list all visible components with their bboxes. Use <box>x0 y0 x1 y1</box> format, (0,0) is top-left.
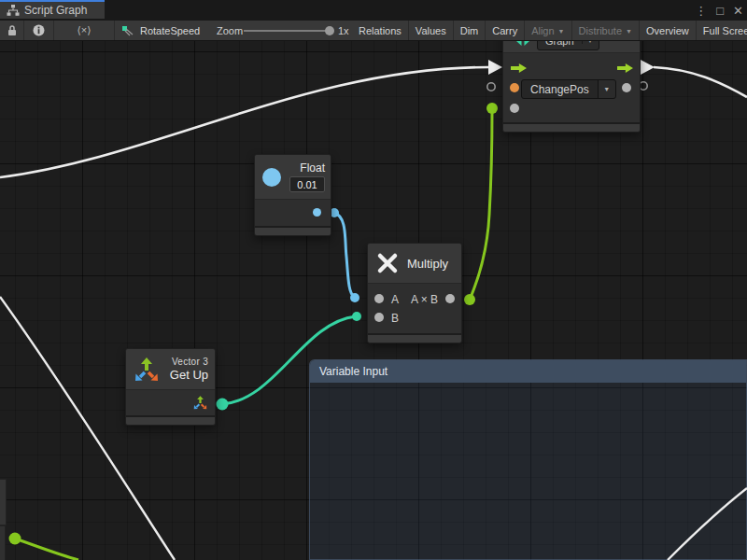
port-b-in[interactable] <box>374 313 384 322</box>
script-graph-icon <box>7 5 20 16</box>
script-graph-window: Variable Input <box>0 0 747 560</box>
vector3-icon <box>133 356 161 384</box>
info-icon[interactable] <box>24 21 53 40</box>
group-title[interactable]: Variable Input <box>310 360 746 383</box>
zoom-slider-handle[interactable] <box>325 26 334 35</box>
port-fallback[interactable] <box>510 104 519 113</box>
toolbar-button-distribute[interactable]: Distribute▼ <box>571 21 639 40</box>
port-a-in[interactable] <box>374 294 384 303</box>
node-multiply[interactable]: Multiply A A × B B <box>367 243 462 343</box>
variable-name-dropdown[interactable]: ChangePos ▼ <box>521 79 616 99</box>
port-b-label: B <box>391 312 399 325</box>
flow-in-port[interactable] <box>511 63 527 74</box>
flow-out-port[interactable] <box>617 63 633 74</box>
float-value-field[interactable]: 0.01 <box>289 176 325 192</box>
code-icon[interactable]: ⟨×⟩ <box>54 21 114 40</box>
toolbar-button-fullscreen[interactable]: Full Screen <box>696 21 747 40</box>
port-value-in[interactable] <box>510 83 519 92</box>
toolbar-button-align[interactable]: Align▼ <box>524 21 571 40</box>
multiply-x-icon <box>376 252 399 274</box>
node-title: Float <box>300 161 325 175</box>
float-type-icon <box>262 168 281 187</box>
chevron-down-icon: ▼ <box>558 27 565 35</box>
tab-label: Script Graph <box>24 4 87 17</box>
offscreen-node-body[interactable] <box>0 479 7 525</box>
offscreen-node-footer <box>0 525 6 560</box>
graph-node-icon <box>120 21 136 40</box>
node-footer <box>503 122 640 132</box>
node-title: Vector 3 <box>172 357 208 367</box>
node-float[interactable]: Float 0.01 <box>254 154 331 236</box>
tab-script-graph[interactable]: Script Graph <box>0 0 105 19</box>
port-a-label: A <box>391 293 399 306</box>
port-value-out[interactable] <box>622 83 631 92</box>
zoom-label: Zoom <box>217 21 243 40</box>
port-float-out[interactable] <box>313 208 321 217</box>
node-title: Multiply <box>407 257 448 271</box>
toolbar-button-carry[interactable]: Carry <box>485 21 524 40</box>
zoom-slider[interactable] <box>244 30 330 32</box>
group-variable-input[interactable]: Variable Input <box>309 359 747 560</box>
node-set-variable[interactable]: Graph ▼ ChangePos ▼ <box>502 28 641 133</box>
port-result-out[interactable] <box>445 294 455 303</box>
graph-name[interactable]: RotateSpeed <box>140 21 200 40</box>
menu-icon[interactable]: ⋮ <box>695 4 707 18</box>
toolbar-button-dim[interactable]: Dim <box>453 21 486 40</box>
node-footer <box>126 415 215 425</box>
variable-name: ChangePos <box>522 83 598 96</box>
port-vector3-out[interactable] <box>192 395 208 411</box>
close-icon[interactable]: ✕ <box>733 4 743 18</box>
toolbar-button-values[interactable]: Values <box>408 21 453 40</box>
toolbar-button-relations[interactable]: Relations <box>352 21 408 40</box>
zoom-value: 1x <box>338 21 349 40</box>
lock-icon[interactable] <box>0 21 23 40</box>
port-out-label: A × B <box>411 293 438 306</box>
node-vector3-get-up[interactable]: Vector 3 Get Up <box>125 348 216 426</box>
node-footer <box>368 333 461 343</box>
node-footer <box>255 226 331 235</box>
node-subtitle: Get Up <box>170 368 208 382</box>
maximize-icon[interactable]: □ <box>716 4 724 18</box>
toolbar-button-overview[interactable]: Overview <box>639 21 696 40</box>
graph-toolbar: ⟨×⟩ RotateSpeed Zoom 1x Relations Values… <box>0 21 747 41</box>
chevron-down-icon: ▼ <box>598 80 615 98</box>
window-tab-bar: Script Graph ⋮ □ ✕ <box>0 0 747 21</box>
chevron-down-icon: ▼ <box>626 27 632 35</box>
